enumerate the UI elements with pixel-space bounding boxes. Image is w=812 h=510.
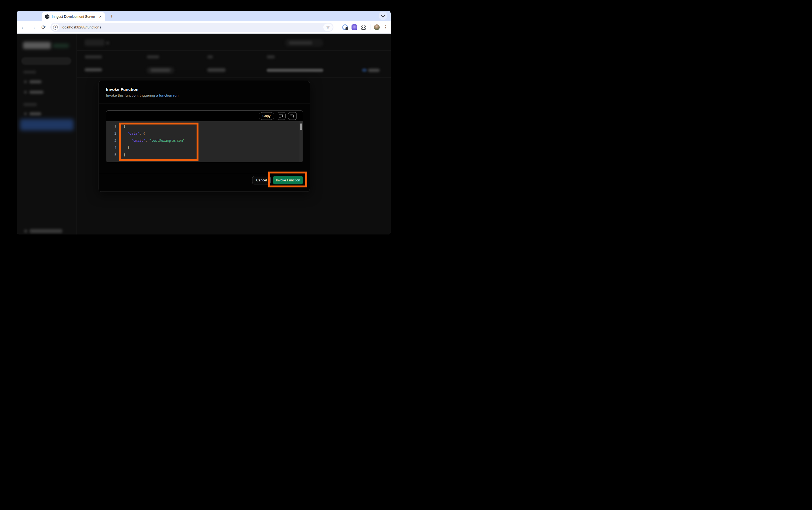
annotation-highlight-code [119,123,199,161]
browser-toolbar: ← → ⟳ i localhost:8288/functions ☆ [17,21,391,34]
bookmark-button[interactable]: ☆ [323,24,332,31]
editor-toolbar: Copy [106,111,303,121]
toolbar-right-icons: ⋮ [342,21,388,33]
chevron-down-icon [381,13,385,18]
screenshot-canvas: Inngest Development Server × + ← → ⟳ i l… [0,0,406,255]
url-text[interactable]: localhost:8288/functions [62,25,101,29]
back-button[interactable]: ← [19,23,27,31]
invoke-function-modal: Invoke Function Invoke this function, tr… [98,81,310,192]
tab-search-button[interactable] [379,12,387,20]
editor-scrollbar-thumb[interactable] [300,123,302,130]
profile-avatar[interactable] [374,24,380,30]
modal-subtitle: Invoke this function, triggering a funct… [106,93,178,97]
extensions-puzzle-icon[interactable] [361,25,366,30]
modal-title: Invoke Function [106,87,139,92]
browser-menu-icon[interactable]: ⋮ [383,24,388,30]
browser-window: Inngest Development Server × + ← → ⟳ i l… [17,11,391,235]
cancel-button[interactable]: Cancel [252,176,271,184]
password-manager-extension-icon[interactable] [342,24,348,30]
word-wrap-icon [279,114,283,118]
address-bar[interactable]: i localhost:8288/functions ☆ [50,23,334,32]
new-tab-button[interactable]: + [108,12,116,20]
tab-close-icon[interactable]: × [98,14,103,19]
browser-tab-active[interactable]: Inngest Development Server × [41,12,105,21]
toolbar-separator [370,24,370,30]
expand-lines-button[interactable] [288,112,297,120]
reload-button[interactable]: ⟳ [39,23,48,31]
annotation-highlight-invoke [268,172,307,187]
copy-button[interactable]: Copy [259,112,274,120]
bookmark-star-icon: ☆ [326,25,330,30]
site-info-icon[interactable]: i [52,24,59,31]
browser-tab-strip: Inngest Development Server × + [17,11,391,21]
purple-extension-icon[interactable] [351,24,357,30]
word-wrap-button[interactable] [277,112,286,120]
page-content: Invoke Function Invoke this function, tr… [17,34,391,235]
inngest-favicon [45,14,50,19]
tab-title: Inngest Development Server [52,15,98,19]
expand-lines-icon [290,114,295,118]
editor-line-numbers: 12345 [106,123,116,158]
editor-scrollbar[interactable] [299,121,303,162]
modal-divider [99,103,310,103]
forward-button[interactable]: → [29,23,37,31]
